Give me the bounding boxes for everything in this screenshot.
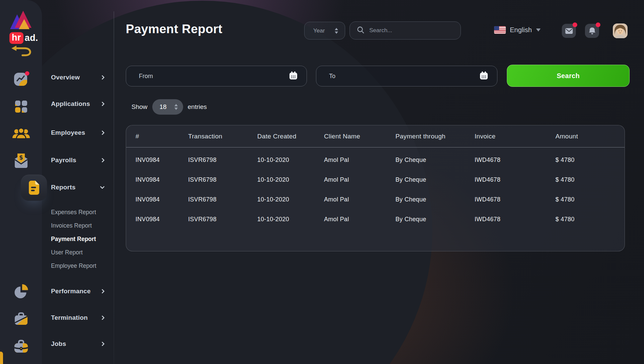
brand-wordmark[interactable]: hr ad. [9, 32, 38, 44]
reports-active-item[interactable] [0, 175, 42, 201]
table-cell: 10-10-2020 [257, 196, 324, 203]
table-cell: 10-10-2020 [257, 176, 324, 183]
select-spinner-icon [174, 104, 178, 110]
table-cell: ISVR6798 [188, 196, 257, 203]
table-header-row: # Transaction Date Created Client Name P… [126, 125, 625, 147]
chevron-down-icon [100, 184, 105, 189]
us-flag-icon [494, 26, 506, 34]
search-input[interactable] [369, 27, 454, 34]
sidebar-subitem-invoices-report[interactable]: Invoices Report [51, 222, 92, 229]
table-cell: INV0984 [136, 157, 188, 164]
sidebar-item-performance[interactable]: Performance [51, 288, 104, 295]
people-icon[interactable] [0, 127, 42, 140]
table-row[interactable]: INV0984ISVR679810-10-2020Amol PalBy Cheq… [126, 170, 625, 190]
sidebar-subitem-user-report[interactable]: User Report [51, 249, 83, 256]
table-cell: IWD4678 [475, 216, 555, 223]
notifications-button[interactable] [585, 24, 599, 38]
brand-logo-icon[interactable] [10, 11, 34, 29]
jobs-briefcase-icon[interactable] [0, 339, 42, 355]
table-cell: $ 4780 [555, 196, 625, 203]
chevron-right-icon [100, 315, 105, 320]
chevron-right-icon [100, 342, 105, 346]
column-header: Date Created [257, 133, 324, 140]
analytics-icon[interactable] [0, 70, 42, 87]
caret-down-icon [536, 28, 541, 32]
table-row[interactable]: INV0984ISVR679810-10-2020Amol PalBy Cheq… [126, 209, 625, 229]
table-cell: INV0984 [136, 176, 188, 183]
sidebar-item-applications[interactable]: Applications [51, 100, 104, 108]
entries-label: entries [188, 103, 207, 111]
table-cell: INV0984 [136, 216, 188, 223]
search-button[interactable]: Search [507, 65, 630, 87]
language-selector[interactable]: English [494, 26, 541, 34]
chevron-right-icon [100, 130, 105, 135]
table-row[interactable]: INV0984ISVR679810-10-2020Amol PalBy Cheq… [126, 190, 625, 209]
table-cell: Amol Pal [324, 196, 395, 203]
table-cell: $ 4780 [555, 157, 625, 164]
svg-text:$: $ [19, 154, 23, 161]
sidebar-item-jobs[interactable]: Jobs [51, 340, 104, 348]
table-row[interactable]: INV0984ISVR679810-10-2020Amol PalBy Cheq… [126, 150, 625, 170]
sidebar-item-employees[interactable]: Employees [51, 129, 104, 136]
column-header: Invoice [475, 133, 555, 140]
date-to-field[interactable]: To [316, 66, 497, 86]
sidebar-subitem-employee-report[interactable]: Employee Report [51, 262, 96, 269]
sidebar-item-payrolls[interactable]: Payrolls [51, 157, 104, 164]
table-cell: 10-10-2020 [257, 216, 324, 223]
notification-dot [596, 22, 600, 27]
show-label: Show [131, 103, 148, 111]
sidebar-subitem-payment-report[interactable]: Payment Report [51, 236, 96, 243]
table-cell: IWD4678 [475, 196, 555, 203]
table-cell: By Cheque [395, 157, 475, 164]
column-header: Transaction [188, 133, 257, 140]
chevron-right-icon [100, 289, 105, 294]
calendar-icon [289, 71, 298, 81]
table-cell: $ 4780 [555, 216, 625, 223]
app-root: hr ad. [0, 0, 644, 364]
mail-button[interactable] [562, 24, 576, 38]
report-document-icon [21, 175, 47, 201]
notification-dot [573, 22, 577, 27]
chevron-right-icon [100, 75, 105, 80]
page-title: Payment Report [126, 22, 222, 36]
table-cell: By Cheque [395, 176, 475, 183]
table-cell: By Cheque [395, 196, 475, 203]
date-from-field[interactable]: From [126, 66, 307, 86]
sidebar-item-reports[interactable]: Reports [51, 184, 104, 191]
table-cell: Amol Pal [324, 176, 395, 183]
table-body: INV0984ISVR679810-10-2020Amol PalBy Cheq… [126, 150, 625, 229]
year-select[interactable]: Year [304, 22, 345, 40]
collapse-back-arrow-icon[interactable] [11, 46, 32, 58]
search-icon [357, 26, 365, 35]
termination-briefcase-icon[interactable] [0, 311, 42, 327]
brand-hr-badge: hr [9, 32, 23, 44]
table-cell: By Cheque [395, 216, 475, 223]
table-cell: 10-10-2020 [257, 157, 324, 164]
table-cell: IWD4678 [475, 176, 555, 183]
sidenav-divider [114, 11, 114, 364]
bell-icon [589, 27, 596, 35]
grid-icon[interactable] [0, 99, 42, 114]
table-cell: ISVR6798 [188, 176, 257, 183]
column-header: Payment through [395, 133, 475, 140]
sidebar-item-termination[interactable]: Termination [51, 314, 104, 321]
sidebar-item-overview[interactable]: Overview [51, 74, 104, 81]
payroll-envelope-icon[interactable]: $ [0, 151, 42, 169]
table-cell: ISVR6798 [188, 157, 257, 164]
column-header: Amount [555, 133, 625, 140]
entries-count-select[interactable]: 18 [152, 99, 183, 115]
payment-report-table: # Transaction Date Created Client Name P… [126, 125, 625, 251]
pie-chart-icon[interactable] [0, 283, 42, 299]
brand-ad-text: ad. [25, 33, 38, 43]
chevron-right-icon [100, 102, 105, 106]
table-cell: Amol Pal [324, 216, 395, 223]
column-header: # [136, 133, 188, 140]
icon-rail: hr ad. [0, 0, 42, 364]
entries-bar: Show 18 entries [131, 99, 207, 115]
user-avatar[interactable] [613, 23, 628, 38]
language-label: English [510, 26, 532, 34]
column-header: Client Name [324, 133, 395, 140]
sidebar-subitem-expenses-report[interactable]: Expenses Report [51, 209, 96, 216]
chevron-right-icon [100, 158, 105, 163]
mail-icon [565, 28, 573, 34]
